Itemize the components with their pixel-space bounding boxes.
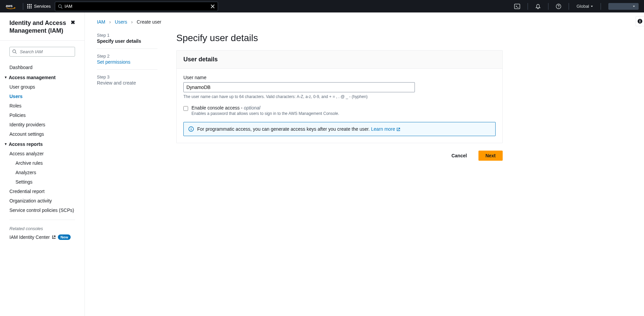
sidebar-item-archive-rules[interactable]: Archive rules	[0, 158, 84, 168]
svg-rect-25	[640, 21, 640, 23]
step-title: Specify user details	[97, 38, 157, 44]
region-label: Global	[576, 4, 589, 9]
aws-logo[interactable]: aws	[5, 3, 16, 9]
sidebar-search	[9, 47, 75, 57]
sidebar-item-roles[interactable]: Roles	[0, 101, 84, 110]
svg-line-11	[61, 7, 62, 8]
console-access-checkbox[interactable]	[183, 106, 188, 111]
sidebar: Identity and Access Management (IAM) ✖ D…	[0, 12, 85, 316]
svg-point-18	[13, 50, 16, 53]
panel-body: User name The user name can have up to 6…	[177, 69, 502, 143]
divider	[9, 220, 75, 220]
console-access-row: Enable console access - optional Enables…	[183, 105, 496, 116]
chevron-right-icon: ›	[109, 19, 111, 25]
cancel-button[interactable]: Cancel	[445, 151, 474, 161]
username-label: User name	[183, 75, 496, 80]
global-search[interactable]	[55, 2, 218, 11]
info-icon	[188, 126, 194, 132]
svg-point-21	[191, 128, 191, 128]
sidebar-search-input[interactable]	[9, 47, 75, 57]
wizard-step-3: Step 3 Review and create	[97, 74, 157, 90]
top-navbar: aws Services Global	[0, 0, 644, 12]
console-access-desc: Enables a password that allows users to …	[191, 111, 339, 116]
content-area: IAM › Users › Create user Step 1 Specify…	[85, 12, 644, 316]
step-number: Step 2	[97, 54, 157, 59]
divider	[548, 3, 548, 10]
svg-rect-8	[29, 7, 30, 8]
svg-point-24	[640, 20, 640, 21]
caret-down-icon: ▼	[4, 142, 7, 146]
sidebar-item-scps[interactable]: Service control policies (SCPs)	[0, 206, 84, 215]
svg-rect-7	[27, 7, 28, 8]
page-title: Specify user details	[176, 33, 503, 43]
sidebar-item-dashboard[interactable]: Dashboard	[0, 63, 84, 72]
services-label: Services	[34, 4, 51, 9]
account-selector[interactable]	[608, 3, 639, 10]
info-panel-toggle[interactable]	[636, 16, 644, 26]
svg-text:aws: aws	[6, 3, 12, 7]
breadcrumb-users[interactable]: Users	[115, 19, 127, 25]
panel-title: User details	[183, 56, 496, 63]
next-button[interactable]: Next	[478, 151, 503, 161]
wizard-actions: Cancel Next	[176, 151, 503, 161]
user-details-panel: User details User name The user name can…	[176, 50, 503, 143]
breadcrumb-iam[interactable]: IAM	[97, 19, 105, 25]
svg-rect-4	[27, 6, 28, 7]
sidebar-item-user-groups[interactable]: User groups	[0, 82, 84, 92]
sidebar-item-access-analyzer[interactable]: Access analyzer	[0, 149, 84, 158]
breadcrumb: IAM › Users › Create user	[97, 19, 632, 25]
svg-rect-1	[27, 4, 28, 5]
close-icon[interactable]	[210, 4, 215, 9]
username-input[interactable]	[183, 82, 415, 92]
link-text: Learn more	[371, 126, 395, 132]
section-label: Access reports	[9, 141, 43, 147]
sidebar-section-access-mgmt[interactable]: ▼ Access management	[0, 72, 84, 82]
sidebar-item-analyzers[interactable]: Analyzers	[0, 168, 84, 177]
sidebar-item-account-settings[interactable]: Account settings	[0, 129, 84, 139]
breadcrumb-current: Create user	[137, 19, 161, 25]
notifications-icon[interactable]	[532, 0, 544, 12]
sidebar-title: Identity and Access Management (IAM)	[9, 19, 71, 35]
topnav-right: Global	[511, 0, 639, 12]
services-menu[interactable]: Services	[27, 4, 51, 9]
step-number: Step 1	[97, 33, 157, 38]
search-icon	[58, 4, 63, 9]
section-label: Access management	[9, 75, 56, 80]
global-search-input[interactable]	[65, 4, 210, 9]
label-text: Enable console access -	[191, 105, 244, 110]
sidebar-close-icon[interactable]: ✖	[71, 19, 75, 26]
wizard-steps: Step 1 Specify user details Step 2 Set p…	[97, 33, 157, 161]
sidebar-item-users[interactable]: Users	[0, 92, 84, 101]
step-number: Step 3	[97, 74, 157, 80]
new-badge: New	[58, 234, 71, 240]
caret-down-icon: ▼	[4, 75, 7, 79]
svg-line-19	[15, 53, 17, 54]
cloudshell-icon[interactable]	[511, 0, 524, 12]
learn-more-link[interactable]: Learn more	[371, 126, 400, 132]
region-selector[interactable]: Global	[573, 4, 597, 9]
svg-point-17	[559, 7, 559, 8]
divider	[569, 3, 569, 10]
sidebar-item-identity-providers[interactable]: Identity providers	[0, 120, 84, 129]
svg-rect-5	[29, 6, 30, 7]
sidebar-item-organization-activity[interactable]: Organization activity	[0, 196, 84, 206]
related-consoles-label: Related consoles	[0, 225, 84, 232]
link-label: IAM Identity Center	[9, 234, 50, 240]
wizard-step-2[interactable]: Step 2 Set permissions	[97, 54, 157, 70]
sidebar-item-credential-report[interactable]: Credential report	[0, 187, 84, 196]
sidebar-item-settings[interactable]: Settings	[0, 177, 84, 187]
external-link-icon	[52, 235, 56, 239]
search-icon	[12, 49, 17, 54]
svg-rect-22	[191, 129, 191, 130]
divider	[23, 3, 23, 10]
sidebar-item-identity-center[interactable]: IAM Identity Center New	[0, 232, 84, 242]
sidebar-item-policies[interactable]: Policies	[0, 110, 84, 120]
divider	[0, 40, 84, 41]
sidebar-section-access-reports[interactable]: ▼ Access reports	[0, 139, 84, 149]
help-icon[interactable]	[552, 0, 565, 12]
panel-header: User details	[177, 51, 502, 69]
svg-rect-3	[31, 4, 32, 5]
svg-rect-9	[31, 7, 32, 8]
step-title: Review and create	[97, 80, 157, 86]
info-text: For programmatic access, you can generat…	[197, 126, 371, 132]
